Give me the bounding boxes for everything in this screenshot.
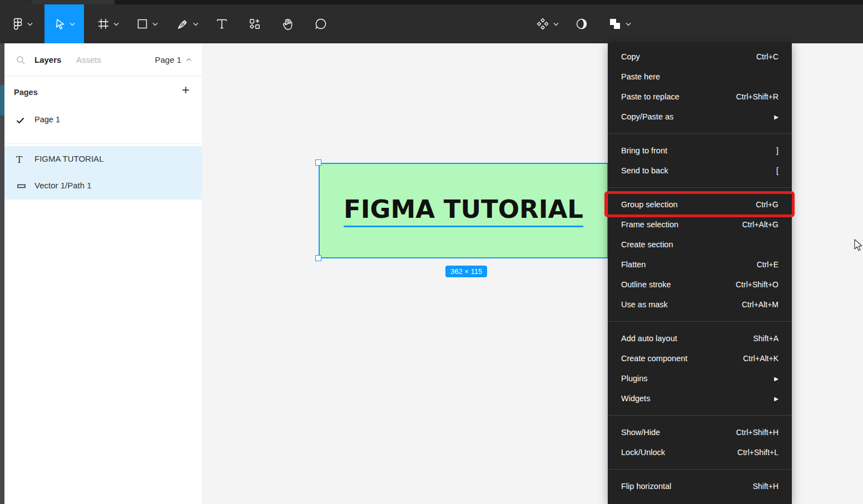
left-panel: Layers Assets Page 1 Pages + Page 1 T FI…	[4, 43, 202, 504]
menu-item-frame-selection[interactable]: Frame selection Ctrl+Alt+G	[608, 214, 792, 234]
mouse-cursor	[851, 238, 863, 254]
menu-shortcut: Ctrl+Shift+H	[736, 428, 778, 437]
menu-shortcut: Shift+H	[753, 482, 778, 491]
menu-divider	[608, 469, 792, 470]
frame-tool-icon	[97, 17, 110, 31]
menu-item-flip-horizontal[interactable]: Flip horizontal Shift+H	[608, 476, 792, 496]
background-window-edge	[0, 43, 4, 504]
menu-item-use-as-mask[interactable]: Use as mask Ctrl+Alt+M	[608, 295, 792, 315]
pen-tool-icon	[176, 17, 190, 31]
menu-item-plugins[interactable]: Plugins ▶	[608, 368, 792, 388]
menu-shortcut: ]	[776, 146, 778, 155]
chevron-down-icon	[626, 22, 631, 26]
layer-row-vector[interactable]: Vector 1/Path 1	[4, 173, 202, 199]
vector-layer-icon	[16, 181, 27, 192]
hand-tool-button[interactable]	[276, 4, 299, 43]
menu-item-add-auto-layout[interactable]: Add auto layout Shift+A	[608, 328, 792, 348]
menu-label: Create component	[621, 354, 687, 363]
menu-item-flatten[interactable]: Flatten Ctrl+E	[608, 255, 792, 275]
page-list-item[interactable]: Page 1	[4, 110, 202, 131]
menu-label: Bring to front	[621, 146, 667, 155]
menu-item-create-section[interactable]: Create section	[608, 234, 792, 255]
menu-label: Copy	[621, 52, 640, 61]
context-menu: Copy Ctrl+C Paste here Paste to replace …	[608, 42, 792, 504]
menu-item-paste-here[interactable]: Paste here	[608, 67, 792, 87]
menu-divider	[608, 187, 792, 188]
shape-tool-button[interactable]	[129, 4, 165, 43]
tab-assets[interactable]: Assets	[76, 55, 101, 64]
divider	[4, 143, 202, 144]
submenu-arrow-icon: ▶	[774, 396, 778, 402]
submenu-arrow-icon: ▶	[774, 376, 778, 382]
text-tool-button[interactable]	[210, 4, 234, 43]
comment-tool-button[interactable]	[309, 4, 333, 43]
menu-shortcut: [	[776, 166, 778, 175]
menu-item-outline-stroke[interactable]: Outline stroke Ctrl+Shift+O	[608, 275, 792, 295]
background-window-accent	[0, 85, 4, 116]
boolean-union-icon	[608, 17, 622, 31]
menu-item-bring-to-front[interactable]: Bring to front ]	[608, 141, 792, 161]
menu-label: Flatten	[621, 260, 646, 269]
menu-item-lock-unlock[interactable]: Lock/Unlock Ctrl+Shift+L	[608, 442, 792, 462]
page-name: Page 1	[34, 115, 60, 124]
page-switcher-label: Page 1	[155, 55, 181, 64]
menu-shortcut: Shift+A	[753, 334, 778, 343]
search-icon[interactable]	[16, 56, 26, 67]
menu-item-show-hide[interactable]: Show/Hide Ctrl+Shift+H	[608, 422, 792, 442]
menu-divider	[608, 415, 792, 416]
canvas-text[interactable]: FIGMA TUTORIAL	[344, 194, 583, 227]
frame-tool-button[interactable]	[91, 4, 125, 43]
tab-layers[interactable]: Layers	[34, 55, 61, 64]
highlight-annotation-group-selection	[604, 191, 795, 217]
selected-shape[interactable]: FIGMA TUTORIAL	[319, 163, 608, 258]
menu-divider	[608, 321, 792, 322]
menu-item-widgets[interactable]: Widgets ▶	[608, 388, 792, 408]
add-page-button[interactable]: +	[182, 83, 190, 97]
page-switcher[interactable]: Page 1	[155, 55, 192, 64]
menu-item-paste-to-replace[interactable]: Paste to replace Ctrl+Shift+R	[608, 87, 792, 107]
menu-item-send-to-back[interactable]: Send to back [	[608, 161, 792, 181]
submenu-arrow-icon: ▶	[774, 114, 778, 120]
hand-tool-icon	[281, 17, 294, 31]
menu-label: Frame selection	[621, 220, 678, 229]
toolbar	[0, 4, 863, 43]
menu-item-create-component[interactable]: Create component Ctrl+Alt+K	[608, 348, 792, 368]
selection-handle-top-left[interactable]	[315, 159, 321, 166]
top-strip-segment	[0, 0, 31, 4]
chevron-down-icon	[553, 22, 559, 26]
menu-label: Send to back	[621, 166, 668, 175]
selection-handle-bottom-left[interactable]	[315, 255, 321, 261]
figma-menu-button[interactable]	[7, 4, 38, 43]
chevron-down-icon	[113, 22, 119, 26]
menu-item-copy[interactable]: Copy Ctrl+C	[608, 47, 792, 67]
mask-half-circle-icon	[575, 17, 588, 31]
check-icon	[16, 116, 24, 126]
resources-shapes-icon	[248, 17, 261, 31]
menu-label: Flip horizontal	[621, 482, 671, 491]
layer-row-text[interactable]: T FIGMA TUTORIAL	[4, 146, 202, 173]
top-strip-active-tab	[31, 0, 115, 4]
figma-logo-icon	[12, 17, 24, 31]
resources-tool-button[interactable]	[243, 4, 266, 43]
menu-shortcut: Ctrl+Alt+G	[742, 220, 778, 229]
menu-label: Outline stroke	[621, 280, 671, 289]
use-as-mask-button[interactable]	[571, 4, 593, 43]
boolean-groups-button[interactable]	[602, 4, 637, 43]
edit-object-button[interactable]	[530, 4, 564, 43]
comment-bubble-icon	[314, 17, 328, 31]
chevron-down-icon	[193, 22, 199, 26]
menu-label: Plugins	[621, 374, 648, 383]
layer-name: FIGMA TUTORIAL	[34, 154, 103, 163]
size-badge: 362 × 115	[445, 266, 487, 277]
move-tool-button[interactable]	[44, 4, 84, 43]
menu-label: Paste here	[621, 72, 660, 81]
pages-section-title: Pages	[14, 88, 38, 97]
menu-item-copy-paste-as[interactable]: Copy/Paste as ▶	[608, 107, 792, 127]
pen-tool-button[interactable]	[170, 4, 205, 43]
text-layer-icon: T	[16, 154, 27, 165]
chevron-up-icon	[186, 58, 192, 62]
menu-shortcut: Ctrl+Shift+O	[736, 280, 778, 289]
text-tool-icon	[215, 17, 229, 31]
menu-shortcut: Ctrl+Alt+M	[742, 300, 778, 309]
menu-label: Create section	[621, 240, 673, 249]
